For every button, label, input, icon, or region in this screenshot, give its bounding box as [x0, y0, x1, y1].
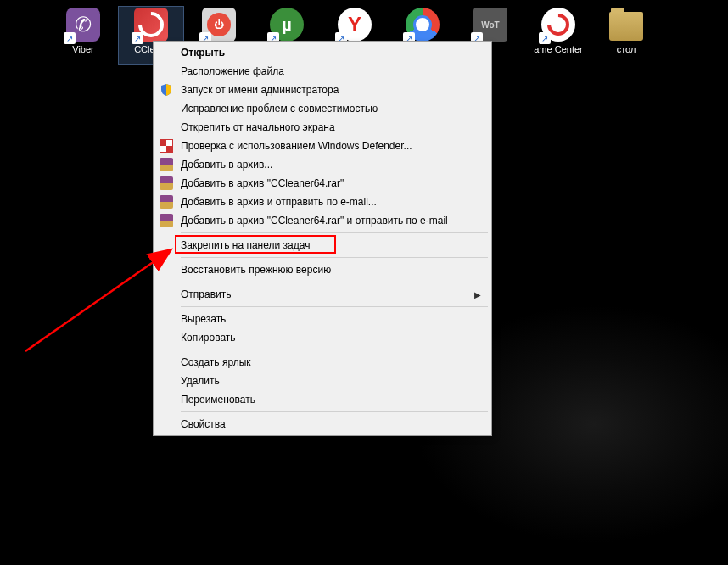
- menu-item-21[interactable]: Удалить: [155, 372, 490, 390]
- defender-icon: [159, 138, 174, 154]
- yandex-icon: Y↗: [337, 7, 372, 42]
- menu-item-label: Открепить от начального экрана: [181, 121, 335, 133]
- winrar-icon: [159, 176, 174, 191]
- menu-item-11[interactable]: Закрепить на панели задач: [155, 236, 490, 255]
- shortcut-arrow-icon: ↗: [64, 32, 76, 44]
- desktop-icon-label: стол: [617, 44, 636, 55]
- gamecenter-icon: ↗: [540, 7, 576, 42]
- menu-separator: [181, 232, 488, 233]
- menu-item-label: Проверка с использованием Windows Defend…: [181, 140, 412, 152]
- menu-item-2[interactable]: Запуск от имени администратора: [155, 81, 490, 99]
- menu-item-9[interactable]: Добавить в архив "CCleaner64.rar" и отпр…: [155, 211, 490, 230]
- menu-item-22[interactable]: Переименовать: [155, 390, 490, 409]
- menu-item-6[interactable]: Добавить в архив...: [155, 155, 490, 174]
- menu-item-20[interactable]: Создать ярлык: [155, 353, 490, 372]
- winrar-icon: [159, 213, 174, 228]
- menu-separator: [181, 350, 488, 350]
- shutdown-icon: ⏻↗: [201, 7, 237, 42]
- desktop-icon-label: ame Center: [534, 44, 582, 55]
- ccleaner-icon: ↗: [133, 7, 169, 42]
- svg-line-1: [25, 249, 171, 351]
- desktop-icon-viber[interactable]: ✆↗Viber: [51, 7, 115, 64]
- desktop-icon-label: Viber: [72, 44, 93, 55]
- menu-item-label: Добавить в архив "CCleaner64.rar" и отпр…: [181, 215, 448, 227]
- menu-item-label: Добавить в архив и отправить по e-mail..…: [181, 196, 377, 208]
- menu-item-label: Открыть: [181, 47, 225, 59]
- folder-icon: [608, 7, 644, 42]
- menu-item-5[interactable]: Проверка с использованием Windows Defend…: [155, 137, 490, 155]
- menu-separator: [181, 306, 488, 307]
- winrar-icon: [159, 194, 174, 210]
- menu-item-label: Закрепить на панели задач: [181, 239, 310, 251]
- menu-item-label: Переименовать: [181, 394, 255, 406]
- menu-item-4[interactable]: Открепить от начального экрана: [155, 118, 490, 137]
- desktop-icon-gamecenter[interactable]: ↗ame Center: [526, 7, 591, 64]
- menu-item-label: Восстановить прежнюю версию: [181, 264, 331, 276]
- menu-item-label: Удалить: [181, 375, 220, 387]
- menu-item-15[interactable]: Отправить▶: [155, 285, 490, 304]
- menu-item-3[interactable]: Исправление проблем с совместимостью: [155, 99, 490, 118]
- menu-item-label: Исправление проблем с совместимостью: [181, 103, 378, 115]
- desktop[interactable]: ✆↗Viber↗CClea...⏻↗µ↗Y↗↗WoT↗↗ame Centerст…: [0, 0, 728, 565]
- shield-icon: [159, 82, 174, 98]
- chrome-icon: ↗: [405, 7, 440, 42]
- desktop-icon-folder[interactable]: стол: [594, 7, 658, 64]
- context-menu: ОткрытьРасположение файлаЗапуск от имени…: [153, 41, 492, 436]
- menu-item-label: Создать ярлык: [181, 356, 251, 368]
- menu-item-0[interactable]: Открыть: [155, 43, 490, 62]
- menu-separator: [181, 257, 488, 258]
- menu-item-label: Копировать: [181, 332, 236, 344]
- menu-item-label: Запуск от имени администратора: [181, 84, 339, 96]
- shortcut-arrow-icon: ↗: [132, 32, 143, 44]
- menu-item-7[interactable]: Добавить в архив "CCleaner64.rar": [155, 174, 490, 193]
- menu-item-18[interactable]: Копировать: [155, 328, 490, 347]
- menu-item-label: Добавить в архив...: [181, 159, 272, 171]
- menu-item-label: Расположение файла: [181, 65, 284, 77]
- menu-separator: [181, 282, 488, 282]
- wot-icon: WoT↗: [473, 7, 508, 42]
- menu-item-8[interactable]: Добавить в архив и отправить по e-mail..…: [155, 193, 490, 211]
- menu-item-label: Вырезать: [181, 313, 226, 325]
- menu-item-label: Отправить: [181, 288, 232, 300]
- menu-item-13[interactable]: Восстановить прежнюю версию: [155, 260, 490, 279]
- utorrent-icon: µ↗: [269, 7, 305, 42]
- menu-separator: [181, 411, 488, 412]
- viber-icon: ✆↗: [65, 7, 101, 42]
- chevron-right-icon: ▶: [474, 290, 481, 299]
- menu-item-1[interactable]: Расположение файла: [155, 62, 490, 81]
- menu-item-24[interactable]: Свойства: [155, 415, 490, 434]
- shortcut-arrow-icon: ↗: [539, 32, 551, 44]
- menu-item-17[interactable]: Вырезать: [155, 310, 490, 328]
- menu-item-label: Свойства: [181, 418, 226, 430]
- winrar-icon: [159, 157, 174, 172]
- menu-item-label: Добавить в архив "CCleaner64.rar": [181, 177, 344, 189]
